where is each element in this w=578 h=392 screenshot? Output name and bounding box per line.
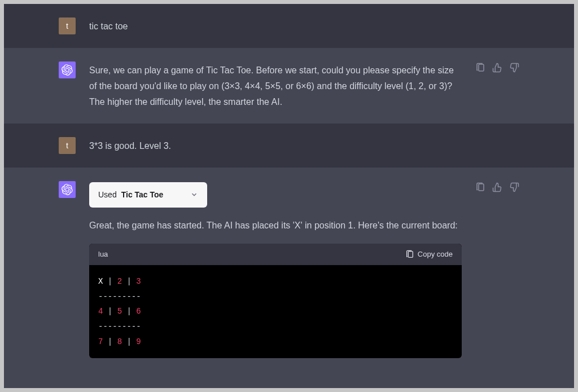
thumbs-down-icon[interactable] [509, 182, 519, 192]
board-pipe: | [103, 337, 117, 346]
svg-rect-1 [408, 252, 413, 258]
chat-container: t tic tac toe Sure, we can play a game o… [4, 4, 574, 388]
openai-logo-icon [62, 184, 73, 195]
assistant-message-text: Great, the game has started. The AI has … [89, 218, 462, 234]
plugin-prefix: Used [98, 188, 117, 202]
code-body: X | 2 | 3 --------- 4 | 5 | 6 --------- … [89, 265, 462, 358]
svg-rect-2 [479, 184, 484, 191]
copy-code-label: Copy code [418, 248, 453, 261]
user-message-text: tic tac toe [89, 17, 519, 34]
plugin-name: Tic Tac Toe [121, 188, 164, 202]
board-cell: 2 [117, 277, 122, 286]
assistant-message-content: Used Tic Tac Toe Great, the game has sta… [89, 181, 462, 358]
clipboard-icon[interactable] [475, 182, 485, 192]
chevron-down-icon [190, 191, 198, 199]
board-pipe: | [103, 277, 117, 286]
board-cell: 3 [136, 277, 141, 286]
svg-rect-0 [479, 64, 484, 71]
board-pipe: | [122, 277, 136, 286]
code-language-label: lua [98, 248, 108, 261]
board-pipe: | [122, 307, 136, 316]
board-cell: 6 [136, 307, 141, 316]
assistant-message-row: Sure, we can play a game of Tic Tac Toe.… [4, 48, 574, 124]
code-block: lua Copy code X | 2 | 3 --------- 4 | 5 … [89, 244, 462, 359]
board-pipe: | [103, 307, 117, 316]
board-cell: 9 [136, 337, 141, 346]
clipboard-icon[interactable] [475, 63, 485, 73]
user-message-row: t tic tac toe [4, 4, 574, 48]
code-header: lua Copy code [89, 244, 462, 266]
message-actions [475, 61, 519, 110]
ai-avatar [59, 61, 76, 78]
user-message-row: t 3*3 is good. Level 3. [4, 124, 574, 168]
board-cell: 8 [117, 337, 122, 346]
clipboard-icon [405, 250, 414, 259]
copy-code-button[interactable]: Copy code [405, 248, 453, 261]
board-separator: --------- [98, 322, 141, 331]
thumbs-up-icon[interactable] [492, 63, 502, 73]
assistant-message-row: Used Tic Tac Toe Great, the game has sta… [4, 168, 574, 372]
board-separator: --------- [98, 292, 141, 301]
plugin-used-pill[interactable]: Used Tic Tac Toe [89, 182, 207, 208]
ai-avatar [59, 181, 76, 198]
thumbs-up-icon[interactable] [492, 182, 502, 192]
user-avatar: t [59, 137, 76, 154]
board-cell: 5 [117, 307, 122, 316]
user-avatar: t [59, 17, 76, 34]
user-message-text: 3*3 is good. Level 3. [89, 137, 519, 154]
assistant-message-text: Sure, we can play a game of Tic Tac Toe.… [89, 61, 462, 110]
message-actions [475, 181, 519, 358]
openai-logo-icon [62, 64, 73, 76]
thumbs-down-icon[interactable] [509, 63, 519, 73]
board-pipe: | [122, 337, 136, 346]
